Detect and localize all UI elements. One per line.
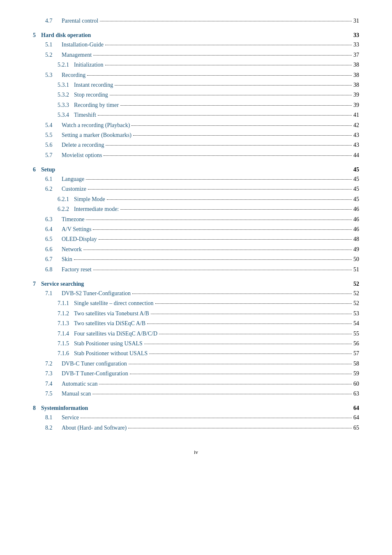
toc-entry: 6.2Customize45: [33, 185, 359, 194]
entry-num: 6.7: [45, 255, 62, 264]
entry-dots: [93, 229, 352, 230]
entry-dots: [120, 105, 352, 106]
toc-entry: 5.2Management37: [33, 51, 359, 60]
section-heading: 5Hard disk operation33: [33, 32, 359, 39]
entry-label: Customize: [62, 185, 86, 194]
toc-entry: 6.5OLED-Display48: [33, 235, 359, 244]
entry-num: 6.2: [45, 185, 62, 194]
entry-num: 6.4: [45, 225, 62, 234]
entry-page: 65: [353, 423, 359, 432]
section-page: 52: [353, 281, 359, 287]
entry-label: Parental control: [62, 16, 98, 25]
entry-num: 5.5: [45, 131, 62, 140]
entry-page: 58: [353, 359, 359, 368]
entry-label: Stab Positioner without USALS: [74, 349, 148, 358]
entry-page: 39: [353, 90, 359, 99]
section-label: Systeminformation: [41, 405, 88, 412]
entry-num: 6.6: [45, 245, 62, 254]
entry-page: 46: [353, 215, 359, 224]
entry-label: Management: [62, 51, 92, 60]
entry-num: 7.1.5: [58, 339, 74, 348]
entry-dots: [110, 95, 352, 95]
section-page: 45: [353, 166, 359, 173]
entry-dots: [132, 294, 352, 294]
entry-dots: [99, 239, 352, 240]
toc-entry: 6.6Network49: [33, 245, 359, 254]
entry-num: 5.4: [45, 121, 62, 130]
toc-entry: 5.6Delete a recording43: [33, 141, 359, 150]
toc-entry: 6.4A/V Settings46: [33, 225, 359, 234]
entry-num: 6.2.2: [58, 205, 74, 214]
toc-entry: 5.5Setting a marker (Bookmarks)43: [33, 131, 359, 140]
entry-label: Timezone: [62, 215, 84, 224]
entry-num: 7.5: [45, 389, 62, 398]
entry-label: OLED-Display: [62, 235, 97, 244]
section-num: 8: [33, 405, 41, 412]
entry-num: 7.1.2: [58, 309, 74, 318]
entry-label: Two satellites via DiSEqC A/B: [74, 319, 145, 328]
section-heading: 6Setup45: [33, 166, 359, 173]
entry-page: 51: [353, 265, 359, 274]
section-heading: 7Service searching52: [33, 281, 359, 287]
entry-num: 5.6: [45, 141, 62, 150]
entry-num: 6.8: [45, 265, 62, 274]
toc-entry: 7.1.6Stab Positioner without USALS57: [33, 349, 359, 358]
entry-dots: [149, 354, 352, 354]
entry-label: Simple Mode: [74, 195, 105, 204]
entry-dots: [130, 374, 352, 374]
toc-entry: 6.3Timezone46: [33, 215, 359, 224]
entry-num: 5.3.4: [58, 111, 74, 120]
entry-dots: [98, 115, 352, 116]
entry-label: Recording by timer: [74, 101, 119, 110]
entry-label: Service: [62, 413, 79, 422]
entry-label: Intermediate mode:: [74, 205, 119, 214]
entry-label: A/V Settings: [62, 225, 91, 234]
entry-page: 46: [353, 205, 359, 214]
section-label: Service searching: [41, 281, 84, 287]
entry-label: Network: [62, 245, 82, 254]
toc-entry: 5.3.2Stop recording39: [33, 90, 359, 99]
toc-container: 4.7Parental control315Hard disk operatio…: [33, 16, 359, 432]
entry-dots: [128, 428, 352, 428]
entry-page: 57: [353, 349, 359, 358]
entry-num: 7.4: [45, 379, 62, 388]
toc-entry: 7.4Automatic scan60: [33, 379, 359, 388]
toc-entry: 7.1.5Stab Positioner using USALS56: [33, 339, 359, 348]
entry-num: 6.1: [45, 175, 62, 184]
toc-entry: 5.2.1Initialization38: [33, 60, 359, 69]
toc-entry: 7.5Manual scan63: [33, 389, 359, 398]
entry-num: 7.1.4: [58, 329, 74, 338]
entry-dots: [88, 189, 352, 190]
toc-entry: 7.1.2Two satellites via Toneburst A/B53: [33, 309, 359, 318]
entry-page: 45: [353, 175, 359, 184]
entry-page: 31: [353, 16, 359, 25]
entry-dots: [86, 179, 352, 180]
toc-entry: 4.7Parental control31: [33, 16, 359, 25]
entry-page: 50: [353, 255, 359, 264]
entry-page: 48: [353, 235, 359, 244]
entry-dots: [133, 135, 352, 136]
entry-dots: [74, 259, 352, 260]
footer-page-number: iv: [194, 449, 198, 455]
entry-num: 6.3: [45, 215, 62, 224]
toc-entry: 7.2DVB-C Tuner configuration58: [33, 359, 359, 368]
entry-dots: [159, 334, 352, 334]
entry-dots: [92, 394, 352, 394]
entry-dots: [93, 270, 352, 270]
section-num: 7: [33, 281, 41, 287]
entry-label: Single satellite – direct connection: [74, 299, 154, 308]
entry-num: 7.3: [45, 369, 62, 378]
entry-page: 55: [353, 329, 359, 338]
entry-dots: [129, 364, 352, 364]
entry-num: 7.1.6: [58, 349, 74, 358]
entry-page: 42: [353, 121, 359, 130]
entry-page: 63: [353, 389, 359, 398]
entry-num: 5.3.2: [58, 90, 74, 99]
toc-entry: 5.3.4Timeshift41: [33, 111, 359, 120]
entry-page: 38: [353, 81, 359, 90]
entry-num: 4.7: [45, 16, 62, 25]
toc-entry: 5.3.3Recording by timer39: [33, 101, 359, 110]
toc-entry: 6.2.1Simple Mode45: [33, 195, 359, 204]
entry-dots: [93, 55, 352, 56]
entry-dots: [115, 85, 352, 86]
